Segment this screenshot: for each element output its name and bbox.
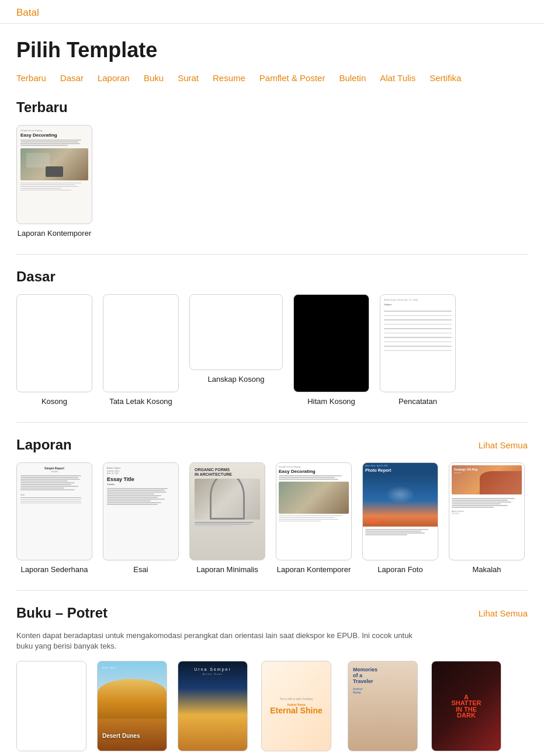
buku-section-header: Buku – Potret Lihat Semua [16,605,528,621]
esai-thumb: Author Name Institution NameDate: 01, 20… [103,462,179,560]
lanskap-kosong-label: Lanskap Kosong [208,375,265,384]
thumb-simple-home: Simple Home Styling [20,129,88,132]
template-kosong[interactable]: Kosong [16,294,92,406]
nav-resume[interactable]: Resume [213,73,245,83]
template-laporan-sederhana[interactable]: Simple Report Subtitle Table [16,462,92,574]
laporan-foto-thumb: Author Name · April 04, 2020 Photo Repor… [362,462,438,560]
esai-label: Esai [133,565,148,574]
lanskap-kosong-thumb [189,294,283,370]
template-makalah[interactable]: Geology 101 Rep Isometric Author Name Fa… [449,462,525,574]
laporan-section-title: Laporan [16,437,72,453]
buku-section-title: Buku – Potret [16,605,108,621]
thumb-easy-decorating: Easy Decorating [20,133,88,138]
laporan-sederhana-thumb: Simple Report Subtitle Table [16,462,92,560]
buku-see-all-button[interactable]: Lihat Semua [479,608,528,618]
template-memories-traveler[interactable]: Memoriesof aTraveler AuthorName Memories… [345,661,421,756]
nav-terbaru[interactable]: Terbaru [16,73,46,83]
nav-sertifika[interactable]: Sertifika [429,73,461,83]
nav-pamflet[interactable]: Pamflet & Poster [259,73,325,83]
shatter-dark-thumb: ASHATTERIN THEDARK [431,661,501,751]
laporan-foto-label: Laporan Foto [377,565,422,574]
template-laporan-kontemporer-terbaru[interactable]: Simple Home Styling Easy Decorating [16,125,92,238]
laporan-kontemporer-terbaru-label: Laporan Kontemporer [18,229,91,238]
buku-section: Buku – Potret Lihat Semua Konten dapat b… [16,605,528,756]
template-laporan-minimalis[interactable]: ORGANIC FORMSIN ARCHITECTURE Laporan Min… [189,462,265,574]
template-pencatatan[interactable]: Wednesday, December 12, 2018 Subject Pen… [380,294,456,406]
memories-traveler-thumb: Memoriesof aTraveler AuthorName [348,661,418,751]
template-shatter-dark[interactable]: ASHATTERIN THEDARK Shatter in the Dark [431,661,501,756]
laporan-kontemporer-thumb: Simple Home Styling Easy Decorating [276,462,352,560]
tata-letak-kosong-label: Tata Letak Kosong [109,397,172,406]
eternal-shine-thumb: Tip or click to add a heading Author Nam… [261,661,331,751]
hitam-kosong-thumb [293,294,369,392]
laporan-section-header: Laporan Lihat Semua [16,437,528,453]
template-tata-letak-kosong[interactable]: Tata Letak Kosong [103,294,179,406]
nav-buletin[interactable]: Buletin [339,73,366,83]
laporan-sederhana-label: Laporan Sederhana [21,565,88,574]
template-eternal-shine[interactable]: Tip or click to add a heading Author Nam… [258,661,334,756]
kosong-label: Kosong [41,397,67,406]
template-hitam-kosong[interactable]: Hitam Kosong [293,294,369,406]
buku-subtitle: Konten dapat beradaptasi untuk mengakomo… [16,630,425,652]
main-content: Pilih Template Terbaru Dasar Laporan Buk… [0,24,544,756]
nav-alat-tulis[interactable]: Alat Tulis [380,73,415,83]
cancel-button[interactable]: Batal [16,7,39,19]
urna-semper-thumb: Urna Semper Author Name [178,661,248,751]
nav-buku[interactable]: Buku [144,73,164,83]
makalah-thumb: Geology 101 Rep Isometric Author Name Fa… [449,462,525,560]
nav-dasar[interactable]: Dasar [60,73,84,83]
page-title: Pilih Template [16,38,528,62]
laporan-minimalis-label: Laporan Minimalis [196,565,258,574]
nav-surat[interactable]: Surat [178,73,199,83]
laporan-kontemporer-terbaru-thumb: Simple Home Styling Easy Decorating [16,125,92,224]
pencatatan-thumb: Wednesday, December 12, 2018 Subject [380,294,456,392]
nav-laporan[interactable]: Laporan [98,73,130,83]
laporan-kontemporer-label: Laporan Kontemporer [277,565,351,574]
pencatatan-label: Pencatatan [399,397,437,406]
template-lanskap-kosong[interactable]: Lanskap Kosong [189,294,283,406]
template-laporan-kontemporer[interactable]: Simple Home Styling Easy Decorating Lapo… [276,462,352,574]
dasar-grid: Kosong Tata Letak Kosong Lanskap Kosong … [16,294,528,406]
laporan-see-all-button[interactable]: Lihat Semua [479,440,528,450]
hitam-kosong-label: Hitam Kosong [307,397,355,406]
tata-letak-kosong-thumb [103,294,179,392]
kosong-thumb [16,294,92,392]
template-laporan-foto[interactable]: Author Name · April 04, 2020 Photo Repor… [362,462,438,574]
template-urna-semper[interactable]: Urna Semper Author Name [178,661,248,756]
laporan-minimalis-thumb: ORGANIC FORMSIN ARCHITECTURE [189,462,265,560]
terbaru-section-title: Terbaru [16,99,528,116]
template-buku-kosong[interactable]: Kosong [16,661,86,756]
makalah-label: Makalah [472,565,501,574]
terbaru-grid: Simple Home Styling Easy Decorating [16,125,528,238]
category-nav: Terbaru Dasar Laporan Buku Surat Resume … [16,73,528,83]
laporan-grid: Simple Report Subtitle Table [16,462,528,574]
template-desert-dunes[interactable]: Author Name Desert Dunes Desert Dunes [97,661,167,756]
buku-kosong-thumb [16,661,86,751]
buku-grid: Kosong Author Name Desert Dunes Desert D… [16,661,528,756]
desert-dunes-thumb: Author Name Desert Dunes [97,661,167,751]
template-esai[interactable]: Author Name Institution NameDate: 01, 20… [103,462,179,574]
top-bar: Batal [0,0,544,24]
dasar-section-title: Dasar [16,269,528,285]
